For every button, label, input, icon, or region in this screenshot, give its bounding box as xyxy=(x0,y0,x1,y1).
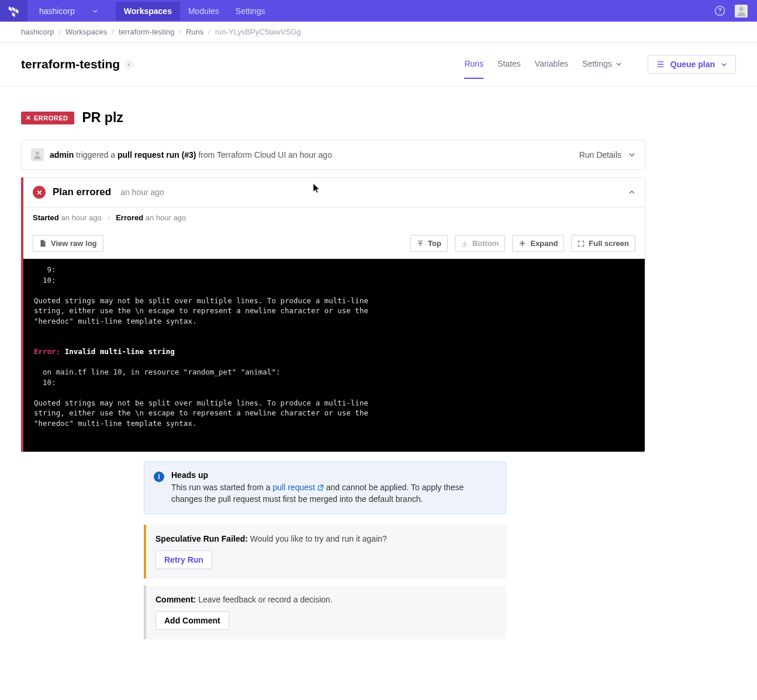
tab-states[interactable]: States xyxy=(497,50,521,79)
terminal-output[interactable]: 9: 10: Quoted strings may not be split o… xyxy=(23,259,645,452)
add-comment-button[interactable]: Add Comment xyxy=(155,611,229,630)
status-badge: ERRORED xyxy=(21,112,74,124)
topnav-right xyxy=(714,5,757,18)
x-icon xyxy=(26,115,31,120)
svg-point-2 xyxy=(739,6,743,11)
retry-text: Would you like to try and run it again? xyxy=(250,534,387,543)
terraform-logo[interactable] xyxy=(0,0,27,22)
fullscreen-icon xyxy=(578,240,585,247)
arrow-icon: › xyxy=(108,213,110,222)
plan-header: Plan errored an hour ago xyxy=(23,178,645,207)
breadcrumb-workspace[interactable]: terraform-testing xyxy=(119,27,174,36)
workspace-tabs: Runs States Variables Settings Queue pla… xyxy=(464,50,736,79)
user-avatar[interactable] xyxy=(735,5,748,18)
avatar-icon xyxy=(32,150,43,160)
info-title: Heads up xyxy=(171,470,496,480)
breadcrumb-run-id: run-YLysBPyC5tawVSGg xyxy=(215,27,301,36)
nav-settings[interactable]: Settings xyxy=(227,2,274,20)
top-navigation: hashicorp Workspaces Modules Settings xyxy=(0,0,757,22)
run-title: PR plz xyxy=(82,110,123,126)
lock-icon xyxy=(125,60,133,69)
tab-variables[interactable]: Variables xyxy=(535,50,568,79)
svg-rect-4 xyxy=(128,64,130,65)
retry-title: Speculative Run Failed: xyxy=(155,534,248,543)
top-button[interactable]: Top xyxy=(410,235,448,252)
queue-plan-button[interactable]: Queue plan xyxy=(648,55,736,74)
workspace-header: terraform-testing Runs States Variables … xyxy=(0,43,757,86)
log-toolbar: View raw log Top Bottom Expand Full scr xyxy=(23,228,645,259)
pull-request-link[interactable]: pull request xyxy=(273,483,324,492)
chevron-down-icon xyxy=(721,61,727,68)
plan-title: Plan errored xyxy=(53,186,111,198)
breadcrumb-org[interactable]: hashicorp xyxy=(21,27,54,36)
view-raw-log-button[interactable]: View raw log xyxy=(33,235,103,252)
chevron-down-icon xyxy=(92,8,98,14)
chevron-down-icon xyxy=(628,151,635,158)
comment-text: Leave feedback or record a decision. xyxy=(198,595,333,604)
bottom-button: Bottom xyxy=(455,235,506,252)
chevron-up-icon xyxy=(628,189,635,196)
retry-box: Speculative Run Failed: Would you like t… xyxy=(144,525,506,578)
plan-meta: Started an hour ago › Errored an hour ag… xyxy=(23,207,645,228)
help-icon[interactable] xyxy=(714,5,725,16)
svg-point-1 xyxy=(720,13,721,14)
heads-up-info: i Heads up This run was started from a p… xyxy=(144,462,506,514)
expand-icon xyxy=(519,240,526,247)
workspace-title: terraform-testing xyxy=(21,57,120,71)
nav-workspaces[interactable]: Workspaces xyxy=(116,2,180,20)
avatar-icon xyxy=(735,5,748,18)
sub-actions: i Heads up This run was started from a p… xyxy=(144,462,506,639)
comment-title: Comment: xyxy=(155,595,196,604)
external-link-icon xyxy=(317,484,324,491)
run-title-row: ERRORED PR plz xyxy=(21,110,645,126)
queue-plan-icon xyxy=(656,60,665,68)
main-content: ERRORED PR plz admin triggered a pull re… xyxy=(0,86,666,670)
info-body: This run was started from a pull request… xyxy=(171,481,496,505)
terraform-logo-icon xyxy=(8,5,20,17)
org-name: hashicorp xyxy=(39,6,75,16)
arrow-top-icon xyxy=(417,240,424,247)
workspace-title-wrap: terraform-testing xyxy=(21,57,133,71)
nav-items: Workspaces Modules Settings xyxy=(116,2,274,20)
plan-collapse-toggle[interactable] xyxy=(628,189,635,196)
comment-box: Comment: Leave feedback or record a deci… xyxy=(144,585,506,639)
tab-settings[interactable]: Settings xyxy=(582,50,622,79)
trigger-avatar xyxy=(31,148,44,161)
run-details-toggle[interactable]: Run Details xyxy=(579,150,635,160)
plan-card: Plan errored an hour ago Started an hour… xyxy=(21,177,645,452)
error-status-icon xyxy=(33,186,46,199)
nav-modules[interactable]: Modules xyxy=(180,2,227,20)
arrow-bottom-icon xyxy=(461,240,468,247)
breadcrumb-workspaces[interactable]: Workspaces xyxy=(65,27,107,36)
retry-run-button[interactable]: Retry Run xyxy=(155,550,212,569)
expand-button[interactable]: Expand xyxy=(512,235,564,252)
breadcrumb-runs[interactable]: Runs xyxy=(186,27,203,36)
document-icon xyxy=(39,240,47,247)
svg-point-5 xyxy=(36,151,39,155)
chevron-down-icon xyxy=(616,61,622,67)
trigger-text: admin triggered a pull request run (#3) … xyxy=(50,150,332,160)
run-trigger-card: admin triggered a pull request run (#3) … xyxy=(21,140,645,170)
breadcrumb: hashicorp / Workspaces / terraform-testi… xyxy=(0,22,757,43)
plan-time: an hour ago xyxy=(120,188,164,197)
info-icon: i xyxy=(154,472,164,482)
full-screen-button[interactable]: Full screen xyxy=(571,235,635,252)
org-selector[interactable]: hashicorp xyxy=(27,6,110,16)
tab-runs[interactable]: Runs xyxy=(464,50,483,79)
